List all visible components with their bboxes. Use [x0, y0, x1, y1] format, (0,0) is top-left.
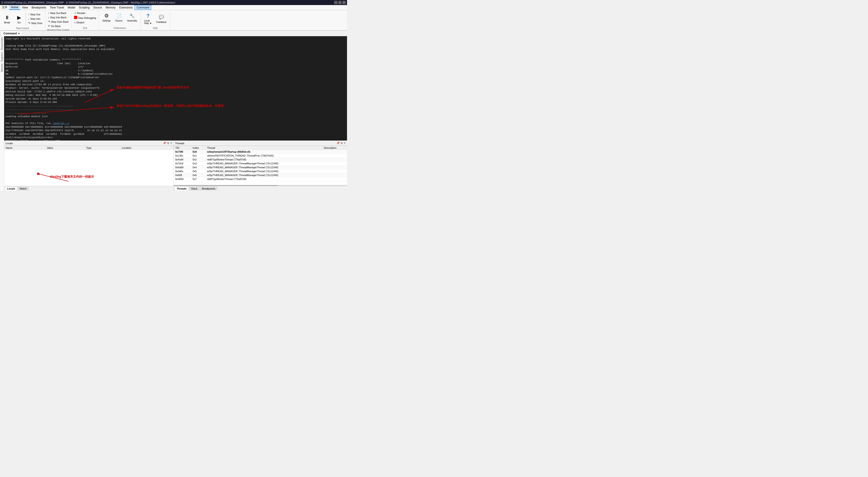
- menu-model[interactable]: Model: [66, 5, 77, 10]
- cell-thread: w3wp!wmainCRTStartup (00d63cc0): [206, 150, 322, 154]
- ribbon-group-help: ? LocalHelp ▼ 💬 Feedback Help: [141, 10, 170, 30]
- settings-label: Settings: [102, 20, 111, 22]
- annotation3-area: WinDbg下载相关文件的一些提示: [4, 167, 174, 186]
- locals-panel-header: Locals 📌 ⊞ ✕: [4, 141, 174, 146]
- command-tab[interactable]: Command ✕: [1, 31, 22, 36]
- watch-tab[interactable]: Watch: [18, 187, 29, 190]
- step-into-icon: ↓: [28, 17, 29, 21]
- cell-thread: ntdverd!NOTIFICATION_THREAD::ThreadProc …: [206, 154, 322, 158]
- table-row[interactable]: 0x4d6c 0x5 w3tp!THREAD_MANAGER::ThreadMa…: [174, 169, 347, 173]
- menu-command[interactable]: Command: [134, 5, 151, 10]
- step-into-back-icon: ↓: [48, 16, 49, 19]
- break-label: Break: [4, 21, 10, 24]
- locals-close-button[interactable]: ✕: [170, 142, 172, 145]
- window-controls: — □ ✕: [334, 1, 346, 4]
- menu-extensions[interactable]: Extensions: [117, 5, 134, 10]
- step-out-back-button[interactable]: ↑ Step Out Back: [47, 11, 70, 15]
- source-button[interactable]: 📄 Source: [113, 11, 125, 23]
- step-over-back-label: Step Over Back: [51, 21, 69, 23]
- reverse-buttons: ↑ Step Out Back ↓ Step Into Back ↷ Step …: [47, 11, 70, 28]
- table-row[interactable]: 0x135c 0x1 ntdverd!NOTIFICATION_THREAD::…: [174, 154, 347, 158]
- sidebar-registers[interactable]: Registers: [1, 52, 3, 62]
- cell-tid: 0x4d6c: [174, 169, 191, 173]
- assembly-button[interactable]: 🔧 Assembly: [125, 11, 139, 23]
- left-sidebar: Disassembly Registers Memory: [0, 36, 4, 191]
- stack-tab[interactable]: Stack: [189, 187, 199, 190]
- table-row[interactable]: 0x70c8 0x3 w3tp!THREAD_MANAGER::ThreadMa…: [174, 162, 347, 165]
- ribbon-small-buttons: ↑ Step Out ↓ Step Into ↷ Step Over: [27, 12, 44, 25]
- table-row[interactable]: 0x73f0 0x0 w3wp!wmainCRTStartup (00d63cc…: [174, 150, 347, 154]
- cell-index: 0x0: [191, 150, 206, 154]
- pref-buttons: ⚙ Settings 📄 Source 🔧 Assembly: [100, 11, 139, 23]
- cell-description: [322, 165, 347, 169]
- cell-tid: 0x70c8: [174, 162, 191, 165]
- locals-pin-button[interactable]: 📌: [163, 142, 166, 145]
- detach-icon: ⎋: [74, 21, 75, 24]
- breakpoints-tab[interactable]: Breakpoints: [200, 187, 217, 190]
- local-help-button[interactable]: ? LocalHelp ▼: [142, 11, 154, 26]
- menu-breakpoints[interactable]: Breakpoints: [30, 5, 48, 10]
- command-output-area[interactable]: Copyright (c) Microsoft Corporation. All…: [4, 36, 347, 140]
- cell-description: [322, 169, 347, 173]
- stop-debugging-button[interactable]: Stop Debugging: [73, 15, 97, 20]
- col-description: Description: [322, 146, 347, 150]
- menu-memory[interactable]: Memory: [104, 5, 117, 10]
- cell-thread: ntdll!TppWorkerThread (776a97d0): [206, 158, 322, 162]
- col-thread: Thread: [206, 146, 322, 150]
- main-layout: Disassembly Registers Memory Copyright (…: [0, 36, 347, 191]
- threads-pin-button[interactable]: 📌: [337, 142, 340, 145]
- break-button[interactable]: ⏸ Break: [1, 13, 13, 25]
- sidebar-disassembly[interactable]: Disassembly: [1, 37, 3, 50]
- step-over-icon: ↷: [28, 22, 30, 25]
- flow-control-label: Flow Control: [16, 27, 29, 30]
- cell-description: [322, 154, 347, 158]
- menu-file[interactable]: 文件: [0, 5, 9, 10]
- threads-close-button[interactable]: ✕: [344, 142, 346, 145]
- minimize-button[interactable]: —: [334, 1, 337, 4]
- menu-timetravel[interactable]: Time Travel: [48, 5, 66, 10]
- step-out-button[interactable]: ↑ Step Out: [27, 12, 44, 17]
- table-row[interactable]: 0x4c84 0x2 ntdll!TppWorkerThread (776a97…: [174, 158, 347, 162]
- step-over-back-button[interactable]: ↷ Step Over Back: [47, 20, 70, 24]
- maximize-button[interactable]: □: [338, 1, 342, 4]
- locals-panel-tabs: Locals Watch: [4, 186, 174, 191]
- step-into-back-button[interactable]: ↓ Step Into Back: [47, 15, 70, 20]
- locals-panel: Locals 📌 ⊞ ✕ Name Value Type: [4, 141, 174, 191]
- threads-tab[interactable]: Threads: [175, 187, 189, 190]
- go-button[interactable]: ▶ Go: [13, 13, 25, 25]
- cell-tid: 0x4858: [174, 177, 191, 181]
- menu-home[interactable]: Home: [9, 5, 20, 10]
- locals-tab[interactable]: Locals: [5, 187, 17, 190]
- table-row[interactable]: 0x4858 0x7 ntdll!TppWorkerThread (776a97…: [174, 177, 347, 181]
- settings-button[interactable]: ⚙ Settings: [100, 11, 113, 23]
- step-over-button[interactable]: ↷ Step Over: [27, 21, 44, 25]
- go-back-button[interactable]: ↶ Go Back: [47, 24, 70, 28]
- detach-button[interactable]: ⎋ Detach: [73, 21, 97, 25]
- step-out-icon: ↑: [28, 13, 29, 16]
- close-button[interactable]: ✕: [342, 1, 346, 4]
- cell-thread: w3tp!THREAD_MANAGER::ThreadManagerThread…: [206, 162, 322, 165]
- locals-expand-button[interactable]: ⊞: [167, 142, 169, 145]
- cell-thread: w3tp!THREAD_MANAGER::ThreadManagerThread…: [206, 169, 322, 173]
- cell-index: 0x5: [191, 169, 206, 173]
- reverse-flow-label: Reverse Flow Control: [47, 28, 69, 31]
- locals-title: Locals: [5, 142, 13, 145]
- menu-view[interactable]: View: [20, 5, 30, 10]
- bottom-panels: Locals 📌 ⊞ ✕ Name Value Type: [4, 140, 347, 191]
- help-icon: ?: [145, 12, 152, 20]
- stop-debugging-label: Stop Debugging: [78, 17, 96, 19]
- feedback-button[interactable]: 💬 Feedback: [154, 12, 168, 25]
- table-row[interactable]: 0x808 0x6 w3tp!THREAD_MANAGER::ThreadMan…: [174, 173, 347, 177]
- command-tab-label: Command: [3, 32, 17, 35]
- step-out-back-label: Step Out Back: [50, 12, 66, 14]
- threads-expand-button[interactable]: ⊞: [341, 142, 343, 145]
- command-tab-close[interactable]: ✕: [18, 32, 20, 35]
- step-into-button[interactable]: ↓ Step Into: [27, 17, 44, 21]
- break-icon: ⏸: [3, 14, 11, 21]
- table-row[interactable]: 0x6a80 0x4 w3tp!THREAD_MANAGER::ThreadMa…: [174, 165, 347, 169]
- menu-source[interactable]: Source: [91, 5, 104, 10]
- menu-scripting[interactable]: Scripting: [77, 5, 91, 10]
- cell-index: 0x4: [191, 165, 206, 169]
- restart-button[interactable]: ↺ Restart: [73, 11, 97, 15]
- sidebar-memory[interactable]: Memory: [1, 63, 3, 72]
